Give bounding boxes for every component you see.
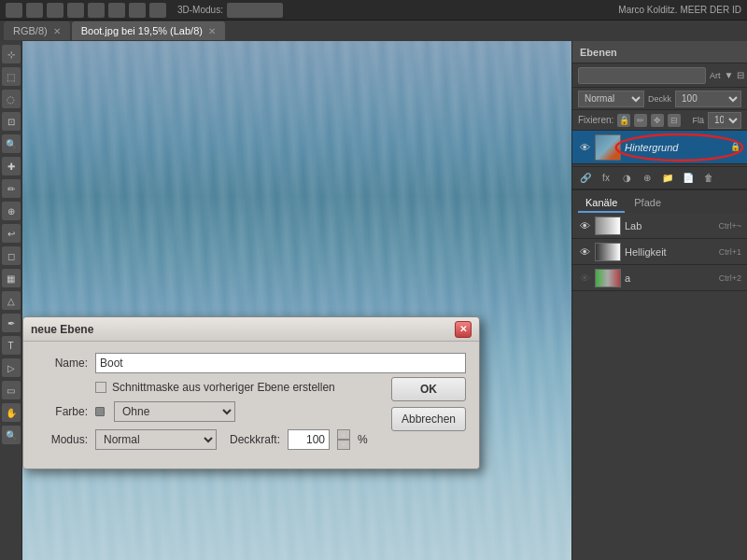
ebenen-filter-icon[interactable]: ▼	[725, 68, 734, 83]
left-toolbar: ⊹ ⬚ ◌ ⊡ 🔍 ✚ ✏ ⊕ ↩ ◻ ▦ △ ✒ T ▷ ▭ ✋ 🔍	[0, 41, 22, 560]
dialog-close-button[interactable]: ✕	[455, 321, 472, 338]
top-bar-icon-7[interactable]	[129, 3, 146, 18]
top-bar-icon-5[interactable]	[88, 3, 105, 18]
tool-text[interactable]: T	[2, 336, 21, 355]
dialog-title: neue Ebene	[31, 323, 93, 336]
dialog-opacity-down[interactable]: ▼	[337, 440, 350, 450]
top-bar-icon-4[interactable]	[67, 3, 84, 18]
kanal-helligkeit-row[interactable]: 👁 Helligkeit Ctrl+1	[572, 239, 747, 265]
tool-brush[interactable]: ✏	[2, 179, 21, 198]
kanal-lab-vis[interactable]: 👁	[578, 219, 591, 232]
dialog-farbe-select[interactable]: Ohne	[114, 401, 235, 422]
layer-visibility-eye[interactable]: 👁	[578, 141, 591, 154]
dialog-buttons: OK Abbrechen	[391, 377, 466, 431]
kanal-a-vis[interactable]: 👁	[578, 272, 591, 285]
folder-icon[interactable]: 📁	[660, 171, 675, 186]
tab-boot-close[interactable]: ✕	[208, 26, 216, 36]
tool-eraser[interactable]: ◻	[2, 246, 21, 265]
dialog-opacity-label: Deckkraft:	[230, 433, 280, 446]
kanal-hell-thumb	[595, 243, 621, 261]
kanal-hell-vis[interactable]: 👁	[578, 245, 591, 259]
link-icon[interactable]: 🔗	[578, 171, 593, 186]
dialog-body: Name: Boot Schnittmaske aus vorheriger E…	[23, 342, 479, 469]
tab-boot[interactable]: Boot.jpg bei 19,5% (Lab/8) ✕	[72, 21, 225, 40]
top-bar-icon-1[interactable]	[6, 3, 22, 18]
layer-mode-select[interactable]: Normal	[578, 91, 644, 107]
tab-pfade[interactable]: Pfade	[627, 194, 669, 213]
dialog-cancel-button[interactable]: Abbrechen	[391, 407, 466, 431]
tool-hand[interactable]: ✋	[2, 403, 21, 422]
layer-lock-icon: 🔒	[730, 142, 741, 153]
kanal-hell-shortcut: Ctrl+1	[719, 247, 741, 257]
kanal-lab-row[interactable]: 👁 Lab Ctrl+~	[572, 213, 747, 239]
tool-eyedropper[interactable]: 🔍	[2, 134, 21, 153]
ebenen-options-icon[interactable]: ⊟	[737, 68, 744, 83]
fix-brush-icon[interactable]: ✏	[634, 114, 647, 127]
tool-history[interactable]: ↩	[2, 224, 21, 243]
dialog-modus-select[interactable]: Normal	[95, 429, 217, 450]
tab-rgb-close[interactable]: ✕	[53, 26, 61, 36]
flache-label: Flä	[692, 116, 704, 125]
mask-icon[interactable]: ◑	[619, 171, 634, 186]
layer-hintergrund-row[interactable]: 👁 Hintergrund 🔒	[572, 131, 747, 164]
tool-gradient[interactable]: ▦	[2, 269, 21, 287]
dialog-opacity-up[interactable]: ▲	[337, 429, 350, 440]
tool-move[interactable]: ⊹	[2, 45, 21, 63]
kanal-a-thumb	[595, 269, 621, 287]
tab-rgb[interactable]: RGB/8) ✕	[4, 21, 70, 40]
fix-lock-icon[interactable]: 🔒	[617, 114, 630, 127]
tool-blur[interactable]: △	[2, 291, 21, 310]
tool-crop[interactable]: ⊡	[2, 112, 21, 131]
kanal-hell-name: Helligkeit	[625, 246, 715, 258]
kanal-lab-thumb	[595, 217, 621, 235]
tool-select[interactable]: ⬚	[2, 67, 21, 86]
dialog-checkbox-label: Schnittmaske aus vorheriger Ebene erstel…	[112, 381, 335, 394]
layer-mode-row: Normal Deckk 100	[572, 88, 747, 110]
layer-fix-row: Fixieren: 🔒 ✏ ✥ ⊟ Flä 100	[572, 110, 747, 131]
kanale-panel: Kanäle Pfade 👁 Lab Ctrl+~ 👁 Helligkeit C…	[572, 189, 747, 560]
flache-select[interactable]: 100	[708, 112, 741, 129]
canvas-image	[22, 41, 571, 560]
3d-modus-control[interactable]	[227, 3, 283, 18]
fix-all-icon[interactable]: ⊟	[668, 114, 681, 127]
ebenen-search-placeholder: Art	[710, 71, 721, 80]
dialog-name-row: Name: Boot	[36, 353, 466, 373]
ebenen-search-input[interactable]	[578, 67, 706, 84]
dialog-name-input[interactable]	[95, 353, 466, 373]
tool-heal[interactable]: ✚	[2, 157, 21, 175]
top-bar-icon-8[interactable]	[149, 3, 166, 18]
kanal-a-row[interactable]: 👁 a Ctrl+2	[572, 265, 747, 291]
tab-boot-label: Boot.jpg bei 19,5% (Lab/8)	[81, 25, 203, 36]
right-panel: Ebenen Art ▼ ⊟ T fx Normal Deckk 100	[571, 41, 747, 560]
new-layer-icon[interactable]: 📄	[681, 171, 696, 186]
dialog-modus-label: Modus:	[36, 433, 88, 446]
neue-ebene-dialog[interactable]: neue Ebene ✕ Name: Boot Schnittmaske aus…	[22, 316, 480, 469]
dialog-ok-button[interactable]: OK	[391, 377, 466, 401]
main-layout: ⊹ ⬚ ◌ ⊡ 🔍 ✚ ✏ ⊕ ↩ ◻ ▦ △ ✒ T ▷ ▭ ✋ 🔍	[0, 41, 747, 560]
adj-icon[interactable]: ⊕	[640, 171, 655, 186]
tool-zoom[interactable]: 🔍	[2, 426, 21, 444]
kanal-lab-name: Lab	[625, 220, 714, 231]
dialog-checkbox[interactable]	[95, 382, 106, 393]
tool-shape[interactable]: ▭	[2, 381, 21, 399]
dialog-percent-label: %	[358, 433, 368, 446]
layer-opacity-select[interactable]: 100	[675, 91, 741, 107]
top-bar: 3D-Modus: Marco Kolditz. MEER DER ID	[0, 0, 747, 21]
farbe-x-mark	[95, 407, 105, 416]
dialog-opacity-input[interactable]	[288, 429, 330, 450]
fix-pos-icon[interactable]: ✥	[651, 114, 664, 127]
top-bar-icon-6[interactable]	[108, 3, 125, 18]
top-bar-icon-3[interactable]	[47, 3, 63, 18]
fx-bottom-icon[interactable]: fx	[599, 171, 613, 186]
delete-layer-icon[interactable]: 🗑	[701, 171, 716, 186]
kanal-lab-shortcut: Ctrl+~	[718, 221, 741, 231]
top-bar-icon-2[interactable]	[26, 3, 43, 18]
tool-path[interactable]: ▷	[2, 358, 21, 377]
tool-lasso[interactable]: ◌	[2, 90, 21, 108]
tab-kanale[interactable]: Kanäle	[578, 194, 625, 213]
dialog-name-label: Name:	[36, 357, 88, 370]
dialog-modus-row: Modus: Normal Deckkraft: ▲ ▼ %	[36, 429, 466, 450]
tool-stamp[interactable]: ⊕	[2, 202, 21, 220]
kanal-a-shortcut: Ctrl+2	[719, 273, 741, 283]
tool-pen[interactable]: ✒	[2, 314, 21, 332]
